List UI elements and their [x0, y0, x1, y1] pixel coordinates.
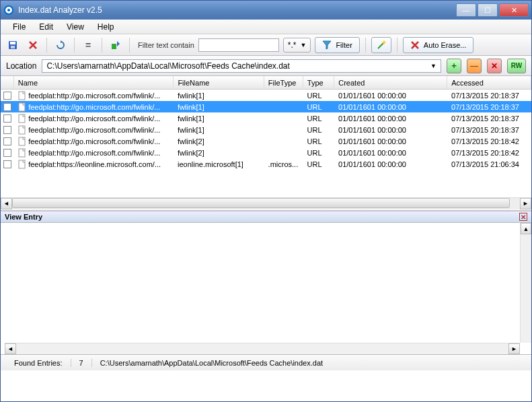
cell-name: feedplat:http://go.microsoft.com/fwlink/… — [13, 125, 174, 135]
col-checkbox[interactable] — [1, 76, 14, 89]
location-combo[interactable]: C:\Users\amarnath\AppData\Local\Microsof… — [42, 59, 441, 73]
status-bar: Found Entries: 7 C:\Users\amarnath\AppDa… — [1, 354, 531, 370]
pattern-value: *.* — [288, 40, 297, 50]
funnel-icon — [322, 40, 332, 50]
status-found-label: Found Entries: — [6, 359, 71, 367]
wand-button[interactable] — [371, 37, 391, 53]
scroll-thumb[interactable] — [12, 198, 510, 208]
equals-icon[interactable]: = — [80, 37, 96, 53]
view-entry-body: ▲ ◄ ► — [1, 223, 531, 354]
horizontal-scrollbar-2[interactable]: ◄ ► — [5, 343, 520, 354]
export-icon[interactable] — [108, 37, 124, 53]
table-row[interactable]: feedplat:http://go.microsoft.com/fwlink/… — [1, 147, 531, 158]
add-location-button[interactable]: ＋ — [447, 59, 461, 73]
vertical-scrollbar[interactable]: ▲ — [520, 223, 531, 343]
cell-filename: fwlink[2] — [174, 137, 264, 145]
file-icon — [17, 137, 27, 146]
location-bar: Location C:\Users\amarnath\AppData\Local… — [1, 56, 531, 76]
cell-type: URL — [303, 160, 334, 168]
svg-rect-13 — [19, 160, 25, 168]
window-title: Index.dat Analyzer v2.5 — [18, 5, 455, 15]
location-label: Location — [6, 61, 36, 71]
svg-rect-4 — [11, 46, 15, 48]
grid-body[interactable]: feedplat:http://go.microsoft.com/fwlink/… — [1, 90, 531, 197]
scroll-right-icon[interactable]: ► — [508, 343, 520, 354]
horizontal-scrollbar[interactable]: ◄ ► — [1, 197, 531, 209]
pattern-combo[interactable]: *.*▼ — [283, 38, 311, 53]
cell-accessed: 07/13/2015 20:18:37 — [447, 126, 531, 134]
scroll-up-icon[interactable]: ▲ — [521, 223, 531, 234]
scroll-left-icon[interactable]: ◄ — [5, 343, 16, 354]
svg-rect-5 — [112, 44, 116, 49]
cell-type: URL — [303, 149, 334, 157]
cell-created: 01/01/1601 00:00:00 — [334, 92, 447, 100]
filter-button[interactable]: Filter — [315, 37, 359, 53]
col-filename[interactable]: FileName — [174, 76, 264, 89]
cell-name: feedplat:https://ieonline.microsoft.com/… — [13, 160, 174, 169]
file-icon — [17, 148, 27, 158]
chevron-down-icon: ▼ — [430, 63, 436, 69]
col-accessed[interactable]: Accessed — [447, 76, 531, 89]
svg-rect-3 — [10, 42, 15, 44]
filter-input[interactable] — [198, 38, 279, 52]
maximize-button[interactable]: ☐ — [478, 3, 498, 17]
rw-button[interactable]: RW — [507, 59, 526, 73]
filter-label: Filter text contain — [138, 41, 194, 49]
table-row[interactable]: feedplat:http://go.microsoft.com/fwlink/… — [1, 112, 531, 124]
save-icon[interactable] — [5, 37, 21, 53]
row-checkbox[interactable] — [1, 126, 13, 134]
table-row[interactable]: feedplat:http://go.microsoft.com/fwlink/… — [1, 90, 531, 101]
auto-erase-button[interactable]: Auto Erase... — [403, 37, 474, 53]
status-path: C:\Users\amarnath\AppData\Local\Microsof… — [92, 359, 331, 367]
cell-type: URL — [303, 137, 334, 145]
col-filetype[interactable]: FileType — [264, 76, 303, 89]
col-type[interactable]: Type — [303, 76, 334, 89]
cell-created: 01/01/1601 00:00:00 — [334, 160, 447, 168]
cell-created: 01/01/1601 00:00:00 — [334, 103, 447, 111]
file-icon — [17, 91, 27, 100]
row-checkbox[interactable] — [1, 137, 13, 145]
toolbar-separator — [397, 38, 397, 53]
cell-name: feedplat:http://go.microsoft.com/fwlink/… — [13, 102, 174, 112]
scroll-right-icon[interactable]: ► — [520, 198, 531, 209]
cell-type: URL — [303, 114, 334, 123]
app-icon — [3, 5, 14, 15]
row-checkbox[interactable] — [1, 92, 13, 100]
scroll-track[interactable] — [12, 198, 520, 209]
toolbar: = Filter text contain *.*▼ Filter Auto E… — [1, 34, 531, 56]
toolbar-separator — [129, 38, 130, 53]
table-row[interactable]: feedplat:http://go.microsoft.com/fwlink/… — [1, 101, 531, 112]
row-checkbox[interactable] — [1, 149, 13, 157]
svg-point-1 — [7, 9, 10, 11]
scroll-left-icon[interactable]: ◄ — [1, 198, 12, 209]
delete-icon[interactable] — [25, 37, 41, 53]
table-row[interactable]: feedplat:http://go.microsoft.com/fwlink/… — [1, 124, 531, 135]
menu-file[interactable]: File — [6, 21, 32, 33]
cell-type: URL — [303, 126, 334, 134]
remove-location-button[interactable]: — — [467, 59, 482, 73]
close-panel-icon[interactable]: ✕ — [519, 213, 527, 221]
svg-rect-10 — [19, 126, 25, 134]
app-window: Index.dat Analyzer v2.5 — ☐ ✕ File Edit … — [0, 0, 532, 402]
delete-location-button[interactable]: ✕ — [487, 59, 502, 73]
cell-name: feedplat:http://go.microsoft.com/fwlink/… — [13, 91, 174, 100]
cell-filename: fwlink[1] — [174, 126, 264, 134]
minimize-button[interactable]: — — [456, 3, 476, 17]
row-checkbox[interactable] — [1, 114, 13, 123]
menu-help[interactable]: Help — [91, 21, 121, 33]
col-name[interactable]: Name — [14, 76, 174, 89]
menu-view[interactable]: View — [60, 21, 91, 33]
menu-edit[interactable]: Edit — [32, 21, 60, 33]
cell-created: 01/01/1601 00:00:00 — [334, 149, 447, 157]
table-row[interactable]: feedplat:https://ieonline.microsoft.com/… — [1, 158, 531, 170]
table-row[interactable]: feedplat:http://go.microsoft.com/fwlink/… — [1, 135, 531, 147]
row-checkbox[interactable] — [1, 160, 13, 168]
row-checkbox[interactable] — [1, 103, 13, 111]
refresh-icon[interactable] — [52, 37, 69, 53]
title-bar[interactable]: Index.dat Analyzer v2.5 — ☐ ✕ — [1, 1, 531, 20]
svg-rect-9 — [19, 114, 25, 123]
col-created[interactable]: Created — [334, 76, 447, 89]
cell-filename: fwlink[1] — [174, 92, 264, 100]
file-icon — [17, 160, 27, 169]
close-button[interactable]: ✕ — [499, 3, 529, 17]
